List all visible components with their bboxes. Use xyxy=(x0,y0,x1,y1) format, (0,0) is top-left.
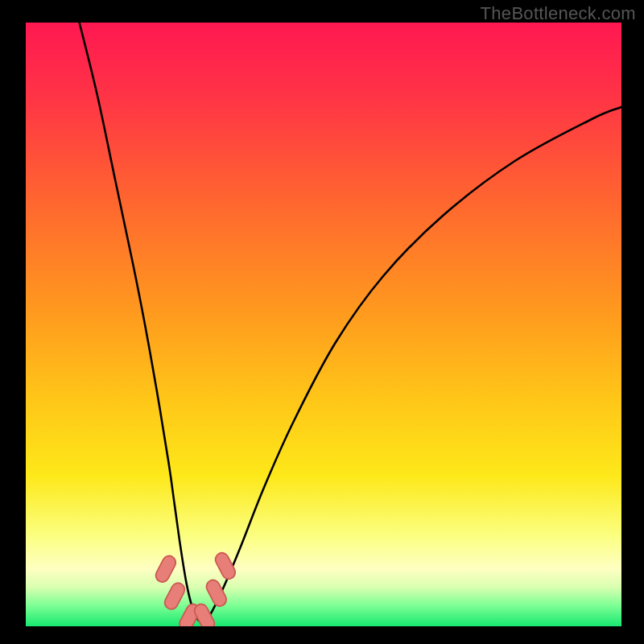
marker-1 xyxy=(163,580,187,611)
svg-rect-2 xyxy=(163,580,187,611)
curve-layer xyxy=(26,23,621,626)
marker-0 xyxy=(154,554,178,584)
marker-group xyxy=(154,551,237,626)
svg-rect-1 xyxy=(154,554,178,584)
bottleneck-curve xyxy=(80,23,621,621)
watermark-text: TheBottleneck.com xyxy=(481,3,636,24)
chart-frame: TheBottleneck.com xyxy=(0,0,644,644)
plot-area xyxy=(26,23,621,626)
